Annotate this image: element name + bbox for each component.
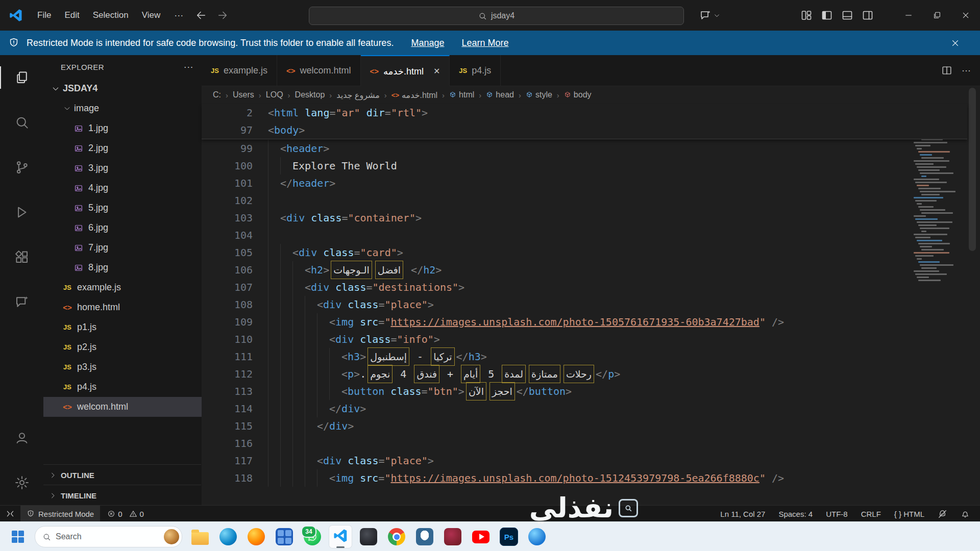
taskbar-app-file-explorer[interactable] — [188, 525, 212, 548]
minimize-button[interactable] — [894, 0, 923, 31]
activity-search[interactable] — [0, 100, 43, 145]
tab-example-js[interactable]: JSexample.js — [202, 55, 277, 86]
restricted-mode-status[interactable]: Restricted Mode — [20, 506, 100, 522]
code-line-2[interactable]: 2<html lang="ar" dir="rtl"> — [202, 104, 967, 121]
breadcrumb-item-2[interactable]: LOQ — [266, 90, 283, 99]
taskbar-app-whatsapp[interactable]: 34 — [301, 525, 324, 548]
activity-explorer[interactable] — [0, 55, 43, 100]
code-line-113[interactable]: 113<button class="btn">الآناحجز</button> — [202, 383, 980, 400]
status-item-1[interactable]: Spaces: 4 — [778, 510, 813, 518]
taskbar-app-red-app[interactable] — [441, 525, 464, 548]
code-line-116[interactable]: 116 — [202, 435, 980, 452]
code-line-103[interactable]: 103<div class="container"> — [202, 209, 980, 227]
banner-close-icon[interactable] — [951, 39, 960, 47]
code-line-99[interactable]: 99<header> — [202, 140, 980, 157]
code-line-102[interactable]: 102 — [202, 192, 980, 209]
code-line-111[interactable]: 111<h3>إسطنبول - تركيا</h3> — [202, 348, 980, 365]
taskbar-app-chrome[interactable] — [385, 525, 408, 548]
code-line-106[interactable]: 106<h2>الـوجهاتافضل </h2> — [202, 261, 980, 279]
taskbar-app-youtube[interactable] — [469, 525, 493, 548]
tree-item-4-jpg[interactable]: 4.jpg — [43, 178, 202, 198]
tree-item-welcom-html[interactable]: <>welcom.html — [43, 397, 202, 417]
taskbar-app-photoshop[interactable]: Ps — [497, 525, 521, 548]
tab-welcom-html[interactable]: <>welcom.html — [277, 55, 361, 86]
tree-item-8-jpg[interactable]: 8.jpg — [43, 258, 202, 278]
status-item-2[interactable]: UTF-8 — [826, 510, 848, 518]
menu-file[interactable]: File — [31, 0, 58, 31]
taskbar-app-edge[interactable] — [216, 525, 240, 548]
activity-extensions[interactable] — [0, 235, 43, 280]
split-editor-icon[interactable] — [941, 65, 952, 76]
code-line-105[interactable]: 105<div class="card"> — [202, 244, 980, 261]
tree-item-p1-js[interactable]: JSp1.js — [43, 317, 202, 337]
tree-item-2-jpg[interactable]: 2.jpg — [43, 138, 202, 158]
tree-item-1-jpg[interactable]: 1.jpg — [43, 118, 202, 138]
vertical-scrollbar[interactable] — [969, 88, 976, 251]
taskbar-app-vscode[interactable] — [329, 525, 352, 548]
back-button[interactable] — [192, 7, 210, 24]
code-line-110[interactable]: 110<div class="info"> — [202, 331, 980, 348]
code-line-109[interactable]: 109<img src="https://images.unsplash.com… — [202, 313, 980, 331]
code-line-101[interactable]: 101</header> — [202, 174, 980, 192]
activity-settings[interactable] — [0, 460, 43, 505]
toggle-secondary-sidebar-icon[interactable] — [862, 9, 874, 21]
toggle-sidebar-icon[interactable] — [821, 9, 833, 21]
tab--html[interactable]: <>خدمه.html✕ — [361, 55, 450, 86]
tree-item-p4-js[interactable]: JSp4.js — [43, 377, 202, 397]
code-line-108[interactable]: 108<div class="place"> — [202, 296, 980, 313]
close-button[interactable] — [951, 0, 980, 31]
breadcrumb-item-0[interactable]: C: — [213, 90, 221, 99]
tree-item-p2-js[interactable]: JSp2.js — [43, 337, 202, 357]
code-line-112[interactable]: 112<p>.نجوم 4 فندق + أيام 5 لمدةممتازةرح… — [202, 365, 980, 383]
tree-item-example-js[interactable]: JSexample.js — [43, 278, 202, 297]
taskbar-app-blue-grid-app[interactable] — [273, 525, 296, 548]
restore-button[interactable] — [923, 0, 951, 31]
bell-icon[interactable] — [961, 509, 970, 518]
activity-source-control[interactable] — [0, 145, 43, 190]
copilot-disabled-icon[interactable] — [938, 509, 947, 519]
manage-link[interactable]: Manage — [411, 38, 444, 48]
tab-p4-js[interactable]: JSp4.js — [450, 55, 501, 86]
tree-item-home-html[interactable]: <>home.html — [43, 297, 202, 317]
learn-more-link[interactable]: Learn More — [461, 38, 508, 48]
search-highlight-image[interactable] — [164, 529, 179, 544]
code-line-114[interactable]: 114</div> — [202, 400, 980, 417]
breadcrumb-item-4[interactable]: مشروع جديد — [336, 90, 380, 100]
code-line-100[interactable]: 100Explore The World — [202, 157, 980, 174]
breadcrumb-item-3[interactable]: Desktop — [295, 90, 325, 99]
breadcrumb-item-7[interactable]: head — [486, 90, 514, 99]
command-center-search[interactable]: jsday4 — [309, 7, 684, 25]
code-line-115[interactable]: 115</div> — [202, 417, 980, 435]
taskbar-app-firefox[interactable] — [244, 525, 268, 548]
breadcrumb-item-1[interactable]: Users — [233, 90, 254, 99]
tree-item-6-jpg[interactable]: 6.jpg — [43, 218, 202, 238]
activity-chat[interactable] — [0, 280, 43, 324]
taskbar-app-dark-app[interactable] — [357, 525, 380, 548]
folder-root-jsday4[interactable]: JSDAY4 — [43, 79, 202, 98]
activity-accounts[interactable] — [0, 415, 43, 460]
tab-close-icon[interactable]: ✕ — [433, 66, 440, 76]
customize-layout-icon[interactable] — [800, 9, 813, 21]
code-line-104[interactable]: 104 — [202, 227, 980, 244]
breadcrumb-item-6[interactable]: html — [449, 90, 474, 99]
more-actions-icon[interactable]: ··· — [962, 65, 971, 76]
code-area[interactable]: 2<html lang="ar" dir="rtl">97<body> 99<h… — [202, 104, 980, 505]
tree-item-image[interactable]: image — [43, 98, 202, 118]
code-line-97[interactable]: 97<body> — [202, 121, 967, 139]
breadcrumb-item-9[interactable]: body — [564, 90, 592, 99]
toggle-panel-icon[interactable] — [841, 9, 853, 21]
taskbar-app-postgresql[interactable] — [413, 525, 436, 548]
remote-indicator-icon[interactable] — [0, 506, 20, 522]
problems-status[interactable]: 0 0 — [107, 510, 144, 518]
status-item-3[interactable]: CRLF — [861, 510, 881, 518]
tree-item-3-jpg[interactable]: 3.jpg — [43, 158, 202, 178]
minimap[interactable] — [912, 104, 959, 461]
timeline-section[interactable]: TIMELINE — [43, 485, 201, 506]
menu-edit[interactable]: Edit — [58, 0, 86, 31]
start-button[interactable] — [6, 525, 30, 548]
tree-item-7-jpg[interactable]: 7.jpg — [43, 238, 202, 258]
status-item-0[interactable]: Ln 11, Col 27 — [720, 510, 765, 518]
code-line-117[interactable]: 117<div class="place"> — [202, 452, 980, 469]
taskbar-app-blue-ball-app[interactable] — [525, 525, 549, 548]
menu-view[interactable]: View — [135, 0, 167, 31]
